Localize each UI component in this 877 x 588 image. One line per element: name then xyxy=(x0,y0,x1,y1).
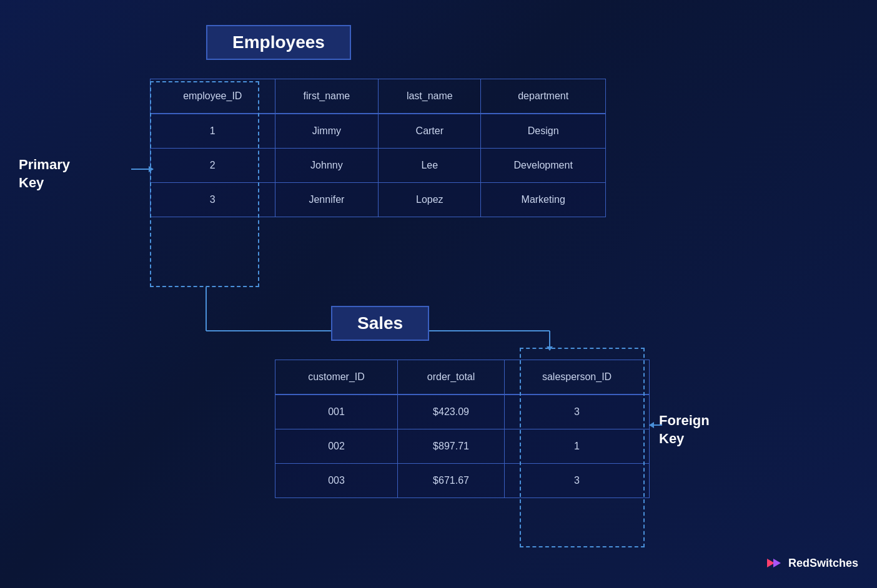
cell-emp-id-3: 3 xyxy=(151,183,275,217)
primary-key-arrow xyxy=(131,169,153,170)
sales-header-row: customer_ID order_total salesperson_ID xyxy=(275,360,650,395)
main-container: Employees employee_ID first_name last_na… xyxy=(0,0,877,588)
employees-section: Employees employee_ID first_name last_na… xyxy=(150,25,606,217)
primary-key-label: PrimaryKey xyxy=(19,156,70,192)
table-row: 3 Jennifer Lopez Marketing xyxy=(151,183,606,217)
sales-title-box: Sales xyxy=(275,306,650,360)
cell-emp-id-2: 2 xyxy=(151,149,275,183)
employees-header-row: employee_ID first_name last_name departm… xyxy=(151,79,606,114)
cell-order-3: $671.67 xyxy=(398,464,505,498)
svg-marker-5 xyxy=(773,559,781,567)
col-order-total: order_total xyxy=(398,360,505,395)
col-last-name: last_name xyxy=(379,79,481,114)
cell-order-1: $423.09 xyxy=(398,394,505,429)
cell-sales-id-2: 1 xyxy=(505,429,650,464)
employees-table: employee_ID first_name last_name departm… xyxy=(150,79,606,217)
col-customer-id: customer_ID xyxy=(275,360,398,395)
foreign-key-label: ForeignKey xyxy=(659,412,710,448)
col-first-name: first_name xyxy=(275,79,379,114)
cell-emp-id-1: 1 xyxy=(151,114,275,149)
brand-logo: RedSwitches xyxy=(765,554,858,572)
sales-table: customer_ID order_total salesperson_ID 0… xyxy=(275,360,650,498)
cell-first-3: Jennifer xyxy=(275,183,379,217)
cell-last-2: Lee xyxy=(379,149,481,183)
table-row: 001 $423.09 3 xyxy=(275,394,650,429)
table-row: 003 $671.67 3 xyxy=(275,464,650,498)
cell-order-2: $897.71 xyxy=(398,429,505,464)
cell-cust-id-1: 001 xyxy=(275,394,398,429)
employees-title: Employees xyxy=(206,25,351,60)
cell-dept-2: Development xyxy=(481,149,606,183)
brand-name: RedSwitches xyxy=(788,557,858,570)
table-row: 2 Johnny Lee Development xyxy=(151,149,606,183)
sales-section: Sales customer_ID order_total salesperso… xyxy=(275,306,650,498)
foreign-key-arrow xyxy=(650,424,662,426)
cell-last-1: Carter xyxy=(379,114,481,149)
table-row: 1 Jimmy Carter Design xyxy=(151,114,606,149)
cell-cust-id-3: 003 xyxy=(275,464,398,498)
cell-first-2: Johnny xyxy=(275,149,379,183)
col-department: department xyxy=(481,79,606,114)
cell-sales-id-1: 3 xyxy=(505,394,650,429)
col-employee-id: employee_ID xyxy=(151,79,275,114)
sales-title: Sales xyxy=(331,306,429,341)
employees-title-box: Employees xyxy=(150,25,606,79)
cell-sales-id-3: 3 xyxy=(505,464,650,498)
cell-dept-1: Design xyxy=(481,114,606,149)
cell-first-1: Jimmy xyxy=(275,114,379,149)
cell-last-3: Lopez xyxy=(379,183,481,217)
cell-dept-3: Marketing xyxy=(481,183,606,217)
col-salesperson-id: salesperson_ID xyxy=(505,360,650,395)
cell-cust-id-2: 002 xyxy=(275,429,398,464)
redswitches-icon xyxy=(765,554,783,572)
table-row: 002 $897.71 1 xyxy=(275,429,650,464)
